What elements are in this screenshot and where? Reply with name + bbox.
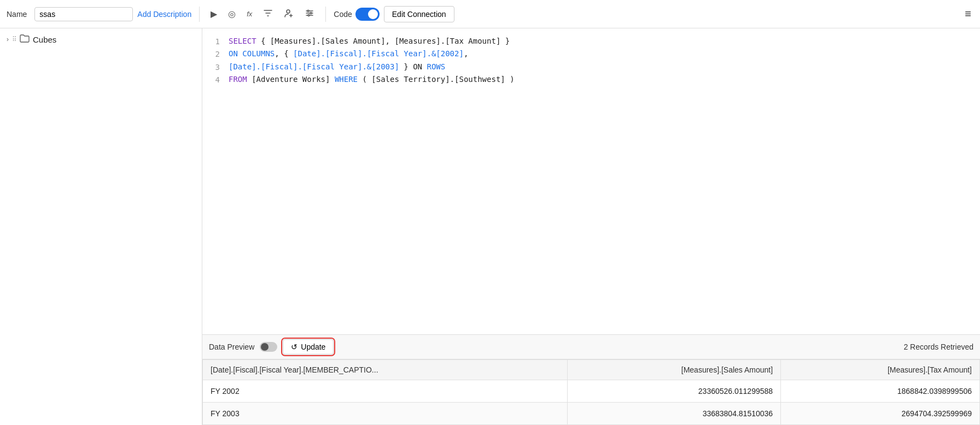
code-lines: 1 SELECT { [Measures].[Sales Amount], [M… xyxy=(202,35,980,86)
line2-rest: , { [Date].[Fiscal].[Fiscal Year].&[2002… xyxy=(275,49,468,58)
sidebar-item-cubes[interactable]: › ⠿ Cubes xyxy=(0,28,202,50)
sliders-button[interactable] xyxy=(301,6,318,22)
fx-icon: fx xyxy=(247,10,252,18)
main-layout: › ⠿ Cubes 1 SELECT { [Measures].[Sales A… xyxy=(0,28,980,425)
line1-rest: { [Measures].[Sales Amount], [Measures].… xyxy=(261,37,510,45)
toolbar: Name Add Description ▶ ◎ fx xyxy=(0,0,980,28)
filter-icon xyxy=(263,8,273,20)
fx-button[interactable]: fx xyxy=(243,8,255,20)
row2-col1: FY 2003 xyxy=(203,403,568,425)
hamburger-menu-button[interactable]: ≡ xyxy=(962,5,973,22)
keyword-on-1: ON xyxy=(229,49,242,58)
svg-point-0 xyxy=(287,10,290,13)
code-label: Code xyxy=(334,10,352,19)
row1-col2: 23360526.011299588 xyxy=(567,380,780,403)
code-line-1: 1 SELECT { [Measures].[Sales Amount], [M… xyxy=(202,35,980,48)
keyword-where: WHERE xyxy=(335,75,358,84)
line-number-3: 3 xyxy=(207,61,220,73)
row1-col1: FY 2002 xyxy=(203,380,568,403)
keyword-rows: ROWS xyxy=(427,62,445,71)
line-content-4: FROM [Adventure Works] WHERE ( [Sales Te… xyxy=(229,73,976,85)
person-add-button[interactable] xyxy=(281,6,297,22)
line-number-2: 2 xyxy=(207,48,220,60)
svg-rect-1 xyxy=(307,10,309,11)
row1-col3: 1868842.0398999506 xyxy=(781,380,980,403)
divider-1 xyxy=(199,7,200,22)
person-add-icon xyxy=(284,8,294,20)
data-table-wrapper: [Date].[Fiscal].[Fiscal Year].[MEMBER_CA… xyxy=(202,359,980,425)
table-header-col3: [Measures].[Tax Amount] xyxy=(781,360,980,380)
sidebar: › ⠿ Cubes xyxy=(0,28,202,425)
data-preview-toggle[interactable] xyxy=(260,342,277,352)
code-line-2: 2 ON COLUMNS, { [Date].[Fiscal].[Fiscal … xyxy=(202,48,980,60)
keyword-from: FROM xyxy=(229,75,247,84)
add-description-button[interactable]: Add Description xyxy=(137,10,191,19)
eye-icon: ◎ xyxy=(228,9,236,19)
name-input[interactable] xyxy=(34,7,133,21)
svg-rect-2 xyxy=(310,12,312,14)
divider-2 xyxy=(325,7,326,22)
line-content-1: SELECT { [Measures].[Sales Amount], [Mea… xyxy=(229,35,976,47)
update-label: Update xyxy=(301,343,325,351)
records-retrieved: 2 Records Retrieved xyxy=(903,343,973,351)
update-button[interactable]: ↺ Update xyxy=(283,339,334,355)
code-editor[interactable]: 1 SELECT { [Measures].[Sales Amount], [M… xyxy=(202,28,980,334)
code-toggle-wrapper: Code xyxy=(334,8,379,21)
table-row: FY 2003 33683804.81510036 2694704.392599… xyxy=(203,403,980,425)
code-toggle[interactable] xyxy=(355,8,380,21)
folder-icon xyxy=(20,34,30,45)
chevron-right-icon: › xyxy=(7,36,9,43)
eye-button[interactable]: ◎ xyxy=(225,7,239,21)
data-preview-bar: Data Preview ↺ Update 2 Records Retrieve… xyxy=(202,334,980,359)
table-header-col2: [Measures].[Sales Amount] xyxy=(567,360,780,380)
line-number-1: 1 xyxy=(207,35,220,48)
content-area: 1 SELECT { [Measures].[Sales Amount], [M… xyxy=(202,28,980,425)
hamburger-icon: ≡ xyxy=(965,8,971,20)
code-line-3: 3 [Date].[Fiscal].[Fiscal Year].&[2003] … xyxy=(202,61,980,73)
drag-handle-icon: ⠿ xyxy=(12,36,16,43)
line-content-3: [Date].[Fiscal].[Fiscal Year].&[2003] } … xyxy=(229,61,976,73)
sidebar-cubes-label: Cubes xyxy=(33,35,56,44)
line-content-2: ON COLUMNS, { [Date].[Fiscal].[Fiscal Ye… xyxy=(229,48,976,60)
code-line-4: 4 FROM [Adventure Works] WHERE ( [Sales … xyxy=(202,73,980,86)
data-preview-label: Data Preview xyxy=(209,343,254,351)
sliders-icon xyxy=(305,8,314,20)
keyword-columns: COLUMNS xyxy=(242,49,275,58)
svg-rect-3 xyxy=(308,14,310,16)
line3-part1: [Date].[Fiscal].[Fiscal Year].&[2003] } … xyxy=(229,62,427,71)
keyword-select: SELECT xyxy=(229,37,256,45)
filter-button[interactable] xyxy=(260,6,276,22)
play-icon: ▶ xyxy=(211,9,217,19)
table-row: FY 2002 23360526.011299588 1868842.03989… xyxy=(203,380,980,403)
edit-connection-button[interactable]: Edit Connection xyxy=(384,6,454,22)
line-number-4: 4 xyxy=(207,73,220,86)
data-table: [Date].[Fiscal].[Fiscal Year].[MEMBER_CA… xyxy=(202,359,980,425)
row2-col3: 2694704.392599969 xyxy=(781,403,980,425)
table-header-row: [Date].[Fiscal].[Fiscal Year].[MEMBER_CA… xyxy=(203,360,980,380)
line4-part3: ( [Sales Territory].[Southwest] ) xyxy=(362,75,514,84)
table-header-col1: [Date].[Fiscal].[Fiscal Year].[MEMBER_CA… xyxy=(203,360,568,380)
refresh-icon: ↺ xyxy=(291,343,298,351)
play-button[interactable]: ▶ xyxy=(207,7,220,21)
line4-part2: [Adventure Works] xyxy=(252,75,335,84)
name-label: Name xyxy=(7,10,27,19)
row2-col2: 33683804.81510036 xyxy=(567,403,780,425)
